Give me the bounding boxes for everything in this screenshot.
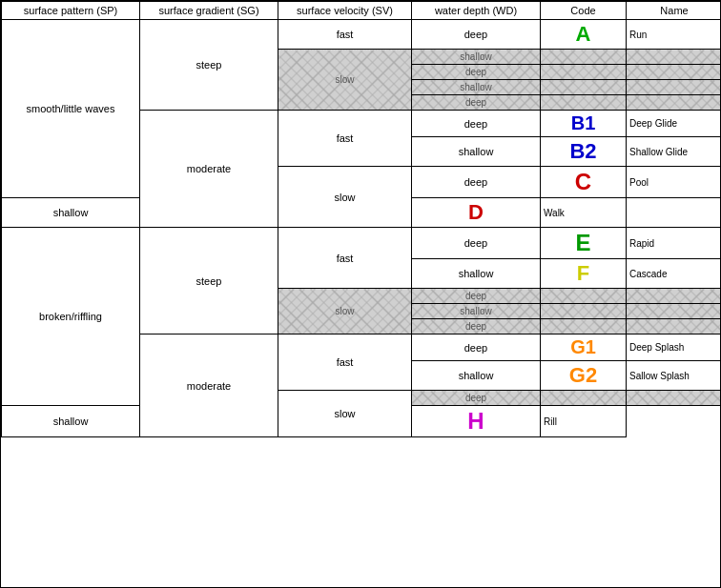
code-B1: B1 (541, 111, 627, 137)
main-table-container: surface pattern (SP) surface gradient (S… (0, 0, 721, 588)
code-A: A (541, 20, 627, 50)
name-DeepGlide: Deep Glide (627, 111, 722, 137)
code-hatched-8 (541, 391, 627, 406)
name-Rill: Rill (541, 406, 627, 437)
name-Run: Run (627, 20, 722, 50)
name-Rapid: Rapid (627, 228, 722, 259)
wd-deep-G1: deep (412, 335, 541, 361)
wd-hatched-shallow-2: shallow (412, 80, 541, 95)
name-DeepSplash: Deep Splash (627, 335, 722, 361)
code-E: E (541, 228, 627, 259)
wd-deep-E: deep (412, 228, 541, 259)
wd-hatched-shallow-3: shallow (412, 304, 541, 319)
header-sv: surface velocity (SV) (278, 2, 412, 20)
code-hatched-2 (541, 65, 627, 80)
sp-broken: broken/riffling (2, 228, 140, 406)
header-wd: water depth (WD) (412, 2, 541, 20)
code-hatched-3 (541, 80, 627, 95)
code-hatched-1 (541, 50, 627, 65)
code-H: H (412, 406, 541, 437)
name-hatched-6 (627, 304, 722, 319)
sv-fast-4: fast (278, 335, 412, 391)
code-C: C (541, 167, 627, 198)
wd-hatched-deep-5: deep (412, 391, 541, 406)
code-hatched-6 (541, 304, 627, 319)
wd-hatched-deep-1: deep (412, 65, 541, 80)
wd-shallow-F: shallow (412, 259, 541, 289)
name-Walk: Walk (541, 198, 627, 228)
name-ShallowSplash: Sallow Splash (627, 361, 722, 391)
name-hatched-2 (627, 65, 722, 80)
header-sg: surface gradient (SG) (140, 2, 278, 20)
sv-hatched-slow-1: slow (278, 50, 412, 111)
sv-hatched-slow-2: slow (278, 289, 412, 335)
header-name: Name (627, 2, 722, 20)
wd-deep-1: deep (412, 20, 541, 50)
name-hatched-3 (627, 80, 722, 95)
sp-smooth: smooth/little waves (2, 20, 140, 198)
sv-fast-2: fast (278, 111, 412, 167)
code-hatched-7 (541, 319, 627, 335)
sv-slow-2: slow (278, 391, 412, 437)
wd-shallow-G2: shallow (412, 361, 541, 391)
wd-deep-C: deep (412, 167, 541, 198)
name-Pool: Pool (627, 167, 722, 198)
wd-shallow-B2: shallow (412, 137, 541, 167)
code-hatched-5 (541, 289, 627, 304)
wd-hatched-deep-3: deep (412, 289, 541, 304)
table-row-E: broken/riffling steep fast deep E Rapid (2, 228, 722, 259)
name-Cascade: Cascade (627, 259, 722, 289)
wd-shallow-D: shallow (2, 198, 140, 228)
code-G2: G2 (541, 361, 627, 391)
wd-hatched-deep-2: deep (412, 95, 541, 111)
sv-slow-1: slow (278, 167, 412, 228)
code-hatched-4 (541, 95, 627, 111)
sv-fast-1: fast (278, 20, 412, 50)
sg-moderate-2: moderate (140, 335, 278, 437)
sv-fast-3: fast (278, 228, 412, 289)
name-hatched-5 (627, 289, 722, 304)
name-hatched-7 (627, 319, 722, 335)
sg-moderate-1: moderate (140, 111, 278, 228)
header-sp: surface pattern (SP) (2, 2, 140, 20)
header-code: Code (541, 2, 627, 20)
code-D: D (412, 198, 541, 228)
wd-hatched-deep-4: deep (412, 319, 541, 335)
wd-shallow-H: shallow (2, 406, 140, 437)
code-B2: B2 (541, 137, 627, 167)
habitat-table: surface pattern (SP) surface gradient (S… (1, 1, 721, 437)
table-row: smooth/little waves steep fast deep A Ru… (2, 20, 722, 50)
name-hatched-4 (627, 95, 722, 111)
wd-deep-B1: deep (412, 111, 541, 137)
sg-steep-1: steep (140, 20, 278, 111)
name-ShallowGlide: Shallow Glide (627, 137, 722, 167)
sg-steep-2: steep (140, 228, 278, 335)
code-G1: G1 (541, 335, 627, 361)
name-hatched-1 (627, 50, 722, 65)
code-F: F (541, 259, 627, 289)
name-hatched-8 (627, 391, 722, 406)
wd-hatched-shallow-1: shallow (412, 50, 541, 65)
